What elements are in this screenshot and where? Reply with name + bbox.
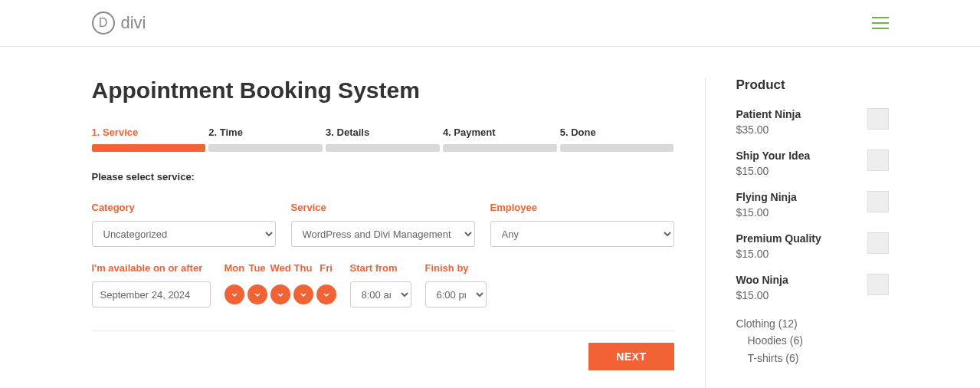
product-thumb [867, 274, 889, 295]
product-item[interactable]: Ship Your Idea $15.00 [736, 150, 889, 177]
site-logo[interactable]: D divi [92, 12, 146, 35]
category-list: Clothing (12) Hoodies (6) T-shirts (6) [736, 315, 889, 367]
product-name: Premium Quality [736, 232, 821, 245]
available-date-input[interactable] [92, 281, 211, 307]
sidebar: Product Patient Ninja $35.00 Ship Your I… [705, 77, 889, 388]
divider [92, 330, 674, 331]
step-time: 2. Time [208, 127, 323, 152]
day-label-tue: Tue [247, 262, 267, 274]
day-label-mon: Mon [225, 262, 244, 274]
product-price: $15.00 [736, 165, 811, 177]
category-select[interactable]: Uncategorized [92, 221, 276, 247]
step-details: 3. Details [326, 127, 440, 152]
step-payment: 4. Payment [443, 127, 557, 152]
menu-icon[interactable] [872, 17, 889, 29]
cat-hoodies[interactable]: Hoodies (6) [736, 332, 889, 349]
product-price: $35.00 [736, 123, 801, 136]
product-name: Flying Ninja [736, 191, 797, 203]
available-label: I'm available on or after [92, 262, 211, 274]
start-label: Start from [350, 262, 411, 274]
day-toggle-tue[interactable] [247, 284, 267, 304]
product-item[interactable]: Woo Ninja $15.00 [736, 274, 889, 301]
category-label: Category [92, 202, 276, 213]
finish-label: Finish by [425, 262, 487, 274]
cat-clothing[interactable]: Clothing (12) [736, 315, 889, 332]
product-thumb [867, 150, 889, 171]
main-content: Appointment Booking System 1. Service 2.… [92, 77, 705, 388]
site-header: D divi [0, 0, 980, 47]
product-item[interactable]: Patient Ninja $35.00 [736, 108, 889, 136]
product-item[interactable]: Flying Ninja $15.00 [736, 191, 889, 219]
product-thumb [867, 191, 889, 212]
form-prompt: Please select service: [92, 171, 674, 182]
day-label-thu: Thu [293, 262, 313, 274]
day-toggle-wed[interactable] [270, 284, 290, 304]
product-item[interactable]: Premium Quality $15.00 [736, 232, 889, 260]
finish-time-select[interactable]: 6:00 pm [425, 281, 487, 307]
product-name: Patient Ninja [736, 108, 801, 120]
product-thumb [867, 232, 889, 254]
product-price: $15.00 [736, 248, 821, 260]
day-label-fri: Fri [316, 262, 336, 274]
service-select[interactable]: WordPress and Divi Management [291, 221, 475, 247]
day-label-wed: Wed [270, 262, 290, 274]
employee-select[interactable]: Any [490, 221, 674, 247]
step-progress: 1. Service 2. Time 3. Details 4. Payment… [92, 127, 674, 152]
day-toggle-thu[interactable] [293, 284, 313, 304]
step-service: 1. Service [92, 127, 206, 152]
product-price: $15.00 [736, 206, 797, 219]
page-title: Appointment Booking System [92, 77, 674, 104]
next-button[interactable]: Next [588, 343, 674, 370]
logo-text: divi [121, 13, 146, 33]
product-price: $15.00 [736, 289, 788, 301]
start-time-select[interactable]: 8:00 am [350, 281, 411, 307]
product-thumb [867, 108, 889, 130]
product-name: Ship Your Idea [736, 150, 811, 162]
day-toggle-fri[interactable] [316, 284, 336, 304]
step-done: 5. Done [560, 127, 674, 152]
cat-tshirts[interactable]: T-shirts (6) [736, 350, 889, 367]
sidebar-title: Product [736, 77, 889, 93]
service-label: Service [291, 202, 475, 213]
product-name: Woo Ninja [736, 274, 788, 286]
logo-icon: D [92, 12, 115, 35]
day-toggle-mon[interactable] [225, 284, 244, 304]
employee-label: Employee [490, 202, 674, 213]
